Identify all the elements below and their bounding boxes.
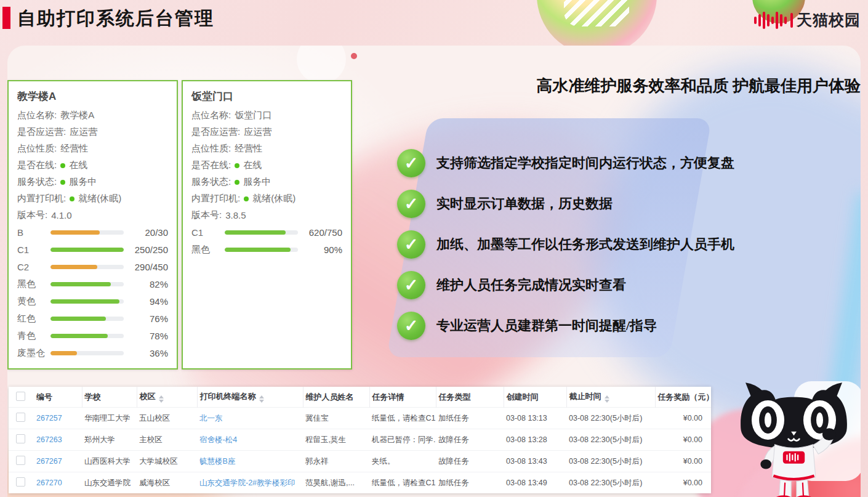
- status-dot-icon: [235, 180, 239, 185]
- col-header-detail: 任务详情: [369, 387, 436, 408]
- cell-id[interactable]: 267263: [34, 429, 82, 451]
- field-label: 点位性质:: [17, 143, 57, 155]
- card-field: 服务状态:服务中: [17, 174, 168, 190]
- cell-campus: 五山校区: [137, 408, 197, 429]
- field-label: 是否应运营:: [191, 126, 240, 138]
- gauge-label: C1: [17, 244, 50, 255]
- gauge-fill-bar: [50, 265, 97, 269]
- cell-terminal[interactable]: 宿舍楼-松4: [197, 429, 303, 451]
- cell-school: 郑州大学: [82, 429, 137, 451]
- gauge-row: C2290/450: [17, 258, 168, 275]
- card-field: 版本号:3.8.5: [191, 207, 342, 224]
- field-value: 服务中: [243, 176, 271, 188]
- cell-terminal[interactable]: 毓慧楼B座: [197, 451, 303, 472]
- col-header-person: 维护人员姓名: [303, 387, 369, 408]
- field-value: 经营性: [235, 143, 262, 155]
- cell-person: 郭永祥: [303, 451, 369, 472]
- field-value: 4.1.0: [51, 210, 71, 220]
- select-all-cell: [9, 387, 34, 408]
- feature-text: 专业运营人员建群第一时间提醒/指导: [436, 317, 657, 335]
- gauge-fill-bar: [50, 351, 77, 355]
- gauge-row: 黄色94%: [17, 293, 168, 310]
- cell-campus: 主校区: [137, 429, 197, 451]
- cell-detail: 机器已暂停：同学...: [369, 429, 436, 451]
- col-header-label: 打印机终端名称: [200, 392, 256, 401]
- cell-reward: ¥0.00: [655, 472, 711, 494]
- col-header-label: 任务详情: [372, 392, 404, 402]
- feature-item: ✓支持筛选指定学校指定时间内运行状态，方便复盘: [397, 149, 734, 177]
- gauge-track: [50, 282, 124, 286]
- gauge-label: 黄色: [17, 296, 50, 307]
- field-value: 应运营: [70, 126, 97, 138]
- field-value: 服务中: [69, 176, 97, 188]
- gauge-label: 黑色: [191, 244, 225, 256]
- row-checkbox[interactable]: [16, 477, 25, 487]
- cell-terminal[interactable]: 北一东: [197, 408, 303, 429]
- cell-deadline: 03-08 22:30(5小时后): [566, 429, 655, 451]
- gauge-track: [50, 230, 124, 235]
- gauge-row: C1250/250: [17, 241, 168, 258]
- check-icon: ✓: [397, 149, 425, 177]
- gauge-track: [50, 351, 124, 355]
- cell-campus: 大学城校区: [137, 451, 197, 472]
- cell-id[interactable]: 267267: [34, 451, 82, 472]
- sort-arrows-icon: [159, 395, 164, 403]
- cell-person: 范昊航,谢迅,...: [303, 472, 369, 494]
- card-field: 内置打印机:就绪(休眠): [17, 190, 168, 207]
- gauge-label: 黑色: [17, 278, 50, 290]
- gauge-row: B20/30: [17, 224, 168, 241]
- cell-person: 程留玉,莫生: [303, 429, 369, 451]
- cell-detail: 纸量低，请检查C1...: [369, 472, 436, 494]
- cell-detail: 夹纸。: [369, 451, 436, 472]
- field-label: 是否应运营:: [17, 126, 66, 138]
- cell-type: 故障任务: [436, 451, 504, 472]
- gauge-row: 青色78%: [17, 327, 168, 344]
- gauge-value: 620/750: [304, 227, 342, 238]
- col-header-label: 任务奖励（元）: [658, 392, 712, 402]
- cell-reward: ¥0.00: [655, 408, 711, 429]
- col-header-id: 编号: [34, 387, 82, 408]
- slide-header: 自助打印系统后台管理: [0, 0, 868, 46]
- select-all-checkbox[interactable]: [16, 392, 25, 401]
- cell-type: 加纸任务: [436, 408, 504, 429]
- col-header-label: 编号: [36, 392, 52, 402]
- cell-type: 加纸任务: [436, 472, 504, 494]
- gauge-fill-bar: [50, 334, 108, 338]
- tmall-campus-logo: 天猫校园: [754, 10, 861, 30]
- cell-terminal[interactable]: 山东交通学院-2#教学楼彩印: [197, 472, 303, 494]
- gauge-row: 红色76%: [17, 310, 168, 327]
- row-checkbox[interactable]: [16, 413, 25, 422]
- cell-school: 华南理工大学: [82, 408, 137, 429]
- field-label: 点位性质:: [191, 143, 231, 155]
- field-value: 就绪(休眠): [78, 193, 121, 204]
- feature-list: ✓支持筛选指定学校指定时间内运行状态，方便复盘✓实时显示订单数据，历史数据✓加纸…: [397, 149, 734, 340]
- cell-created: 03-08 13:49: [504, 472, 566, 494]
- gauge-track: [225, 248, 298, 252]
- card-field: 是否在线:在线: [17, 157, 168, 174]
- field-label: 服务状态:: [17, 176, 57, 188]
- cell-created: 03-08 13:13: [504, 408, 566, 429]
- col-header-label: 校区: [140, 392, 156, 401]
- task-table: 编号学校校区打印机终端名称维护人员姓名任务详情任务类型创建时间截止时间任务奖励（…: [9, 387, 711, 493]
- feature-item: ✓专业运营人员建群第一时间提醒/指导: [397, 312, 734, 340]
- card-field: 点位性质:经营性: [17, 140, 168, 157]
- title-accent-bar: [2, 7, 10, 29]
- field-label: 内置打印机:: [17, 193, 66, 204]
- gauge-track: [50, 265, 124, 269]
- row-checkbox[interactable]: [16, 434, 25, 443]
- col-header-deadline[interactable]: 截止时间: [566, 387, 655, 408]
- col-header-terminal[interactable]: 打印机终端名称: [197, 387, 303, 408]
- col-header-campus[interactable]: 校区: [137, 387, 197, 408]
- cell-id[interactable]: 267257: [34, 408, 82, 429]
- row-checkbox[interactable]: [16, 456, 25, 465]
- field-label: 是否在线:: [17, 160, 57, 171]
- card-field: 点位性质:经营性: [191, 140, 342, 157]
- col-header-type: 任务类型: [436, 387, 504, 408]
- feature-text: 维护人员任务完成情况实时查看: [436, 276, 626, 294]
- cell-id[interactable]: 267270: [34, 472, 82, 494]
- cell-detail: 纸量低，请检查C1...: [369, 408, 436, 429]
- gauge-value: 20/30: [130, 227, 168, 238]
- gauge-row: 黑色82%: [17, 275, 168, 293]
- feature-item: ✓加纸、加墨等工作以任务形式发送到维护人员手机: [397, 230, 734, 259]
- gauge-label: B: [17, 227, 50, 238]
